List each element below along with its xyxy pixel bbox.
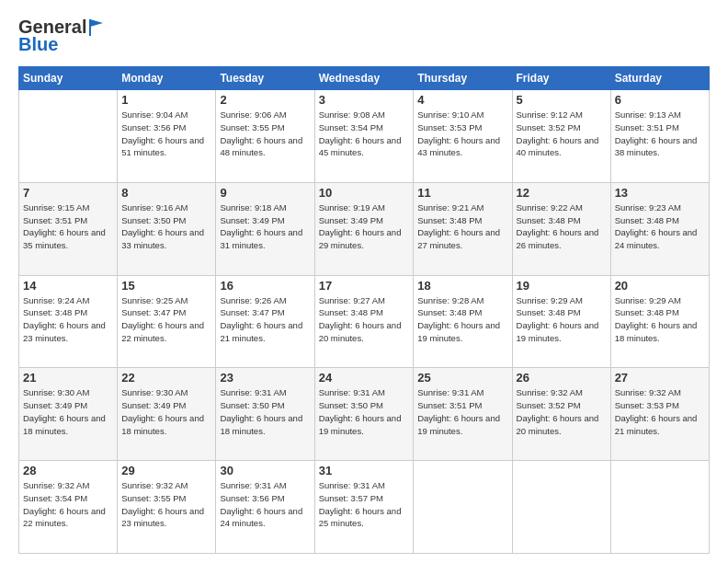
calendar-cell: 27Sunrise: 9:32 AMSunset: 3:53 PMDayligh… bbox=[610, 368, 709, 461]
weekday-header-sunday: Sunday bbox=[19, 67, 118, 90]
calendar-cell: 12Sunrise: 9:22 AMSunset: 3:48 PMDayligh… bbox=[512, 182, 610, 275]
day-detail: Sunrise: 9:30 AMSunset: 3:49 PMDaylight:… bbox=[121, 386, 211, 437]
day-number: 4 bbox=[417, 93, 507, 107]
day-number: 8 bbox=[121, 186, 211, 200]
weekday-header-saturday: Saturday bbox=[610, 67, 709, 90]
day-number: 5 bbox=[517, 93, 607, 107]
day-number: 6 bbox=[615, 93, 705, 107]
day-detail: Sunrise: 9:31 AMSunset: 3:51 PMDaylight:… bbox=[417, 386, 507, 437]
day-number: 27 bbox=[615, 371, 705, 385]
day-detail: Sunrise: 9:16 AMSunset: 3:50 PMDaylight:… bbox=[121, 201, 211, 252]
calendar-cell: 28Sunrise: 9:32 AMSunset: 3:54 PMDayligh… bbox=[19, 461, 118, 554]
day-number: 15 bbox=[121, 279, 211, 293]
weekday-header-friday: Friday bbox=[512, 67, 610, 90]
calendar-cell: 24Sunrise: 9:31 AMSunset: 3:50 PMDayligh… bbox=[314, 368, 414, 461]
calendar-cell: 19Sunrise: 9:29 AMSunset: 3:48 PMDayligh… bbox=[512, 275, 610, 368]
weekday-header-wednesday: Wednesday bbox=[314, 67, 414, 90]
calendar-cell: 22Sunrise: 9:30 AMSunset: 3:49 PMDayligh… bbox=[118, 368, 216, 461]
day-number: 3 bbox=[319, 93, 410, 107]
day-number: 19 bbox=[517, 279, 607, 293]
day-detail: Sunrise: 9:04 AMSunset: 3:56 PMDaylight:… bbox=[121, 109, 211, 159]
week-row-1: 1Sunrise: 9:04 AMSunset: 3:56 PMDaylight… bbox=[19, 90, 710, 183]
calendar-cell bbox=[610, 461, 709, 554]
day-detail: Sunrise: 9:32 AMSunset: 3:52 PMDaylight:… bbox=[517, 386, 607, 437]
day-number: 12 bbox=[517, 186, 607, 200]
day-number: 31 bbox=[319, 464, 410, 477]
day-number: 21 bbox=[23, 371, 113, 385]
calendar-cell: 20Sunrise: 9:29 AMSunset: 3:48 PMDayligh… bbox=[610, 275, 709, 368]
day-number: 9 bbox=[220, 186, 310, 200]
calendar-table: SundayMondayTuesdayWednesdayThursdayFrid… bbox=[18, 66, 710, 554]
day-number: 22 bbox=[121, 371, 211, 385]
calendar-cell: 26Sunrise: 9:32 AMSunset: 3:52 PMDayligh… bbox=[512, 368, 610, 461]
svg-marker-0 bbox=[90, 19, 103, 27]
day-detail: Sunrise: 9:32 AMSunset: 3:55 PMDaylight:… bbox=[121, 479, 211, 530]
day-number: 11 bbox=[417, 186, 507, 200]
logo-flag-icon bbox=[88, 17, 105, 38]
calendar-cell: 14Sunrise: 9:24 AMSunset: 3:48 PMDayligh… bbox=[19, 275, 118, 368]
day-number: 14 bbox=[23, 279, 113, 293]
day-number: 24 bbox=[319, 371, 410, 385]
calendar-cell: 15Sunrise: 9:25 AMSunset: 3:47 PMDayligh… bbox=[118, 275, 216, 368]
calendar-cell: 5Sunrise: 9:12 AMSunset: 3:52 PMDaylight… bbox=[512, 90, 610, 183]
day-number: 16 bbox=[220, 279, 310, 293]
day-detail: Sunrise: 9:32 AMSunset: 3:53 PMDaylight:… bbox=[615, 386, 705, 437]
day-detail: Sunrise: 9:22 AMSunset: 3:48 PMDaylight:… bbox=[517, 201, 607, 252]
calendar-cell: 30Sunrise: 9:31 AMSunset: 3:56 PMDayligh… bbox=[216, 461, 314, 554]
day-detail: Sunrise: 9:29 AMSunset: 3:48 PMDaylight:… bbox=[615, 294, 705, 345]
calendar-cell: 17Sunrise: 9:27 AMSunset: 3:48 PMDayligh… bbox=[314, 275, 414, 368]
day-detail: Sunrise: 9:32 AMSunset: 3:54 PMDaylight:… bbox=[23, 479, 113, 530]
calendar-cell: 7Sunrise: 9:15 AMSunset: 3:51 PMDaylight… bbox=[19, 182, 118, 275]
calendar-cell: 18Sunrise: 9:28 AMSunset: 3:48 PMDayligh… bbox=[414, 275, 512, 368]
calendar-cell bbox=[19, 90, 118, 183]
calendar-cell: 10Sunrise: 9:19 AMSunset: 3:49 PMDayligh… bbox=[314, 182, 414, 275]
weekday-header-row: SundayMondayTuesdayWednesdayThursdayFrid… bbox=[19, 67, 710, 90]
day-detail: Sunrise: 9:27 AMSunset: 3:48 PMDaylight:… bbox=[319, 294, 410, 345]
day-detail: Sunrise: 9:13 AMSunset: 3:51 PMDaylight:… bbox=[615, 109, 705, 159]
day-detail: Sunrise: 9:18 AMSunset: 3:49 PMDaylight:… bbox=[220, 201, 310, 252]
day-detail: Sunrise: 9:24 AMSunset: 3:48 PMDaylight:… bbox=[23, 294, 113, 345]
calendar-cell: 25Sunrise: 9:31 AMSunset: 3:51 PMDayligh… bbox=[414, 368, 512, 461]
week-row-2: 7Sunrise: 9:15 AMSunset: 3:51 PMDaylight… bbox=[19, 182, 710, 275]
weekday-header-thursday: Thursday bbox=[414, 67, 512, 90]
day-detail: Sunrise: 9:12 AMSunset: 3:52 PMDaylight:… bbox=[517, 109, 607, 159]
logo: General Blue bbox=[18, 17, 105, 55]
day-number: 30 bbox=[220, 464, 310, 477]
calendar-cell: 9Sunrise: 9:18 AMSunset: 3:49 PMDaylight… bbox=[216, 182, 314, 275]
calendar-cell: 23Sunrise: 9:31 AMSunset: 3:50 PMDayligh… bbox=[216, 368, 314, 461]
week-row-5: 28Sunrise: 9:32 AMSunset: 3:54 PMDayligh… bbox=[19, 461, 710, 554]
calendar-cell bbox=[414, 461, 512, 554]
calendar-cell: 31Sunrise: 9:31 AMSunset: 3:57 PMDayligh… bbox=[314, 461, 414, 554]
weekday-header-monday: Monday bbox=[118, 67, 216, 90]
calendar-cell: 21Sunrise: 9:30 AMSunset: 3:49 PMDayligh… bbox=[19, 368, 118, 461]
day-number: 25 bbox=[417, 371, 507, 385]
day-number: 10 bbox=[319, 186, 410, 200]
day-number: 18 bbox=[417, 279, 507, 293]
day-number: 26 bbox=[517, 371, 607, 385]
day-number: 20 bbox=[615, 279, 705, 293]
day-detail: Sunrise: 9:06 AMSunset: 3:55 PMDaylight:… bbox=[220, 109, 310, 159]
day-number: 28 bbox=[23, 464, 113, 477]
calendar-cell: 6Sunrise: 9:13 AMSunset: 3:51 PMDaylight… bbox=[610, 90, 709, 183]
day-detail: Sunrise: 9:19 AMSunset: 3:49 PMDaylight:… bbox=[319, 201, 410, 252]
day-detail: Sunrise: 9:31 AMSunset: 3:57 PMDaylight:… bbox=[319, 479, 410, 530]
calendar-cell: 13Sunrise: 9:23 AMSunset: 3:48 PMDayligh… bbox=[610, 182, 709, 275]
day-detail: Sunrise: 9:08 AMSunset: 3:54 PMDaylight:… bbox=[319, 109, 410, 159]
header: General Blue bbox=[18, 17, 710, 55]
day-detail: Sunrise: 9:26 AMSunset: 3:47 PMDaylight:… bbox=[220, 294, 310, 345]
day-detail: Sunrise: 9:31 AMSunset: 3:50 PMDaylight:… bbox=[319, 386, 410, 437]
day-detail: Sunrise: 9:29 AMSunset: 3:48 PMDaylight:… bbox=[517, 294, 607, 345]
calendar-cell: 16Sunrise: 9:26 AMSunset: 3:47 PMDayligh… bbox=[216, 275, 314, 368]
day-detail: Sunrise: 9:30 AMSunset: 3:49 PMDaylight:… bbox=[23, 386, 113, 437]
week-row-3: 14Sunrise: 9:24 AMSunset: 3:48 PMDayligh… bbox=[19, 275, 710, 368]
day-detail: Sunrise: 9:15 AMSunset: 3:51 PMDaylight:… bbox=[23, 201, 113, 252]
calendar-cell: 8Sunrise: 9:16 AMSunset: 3:50 PMDaylight… bbox=[118, 182, 216, 275]
day-number: 2 bbox=[220, 93, 310, 107]
calendar-cell: 4Sunrise: 9:10 AMSunset: 3:53 PMDaylight… bbox=[414, 90, 512, 183]
calendar-cell: 3Sunrise: 9:08 AMSunset: 3:54 PMDaylight… bbox=[314, 90, 414, 183]
day-number: 29 bbox=[121, 464, 211, 477]
day-detail: Sunrise: 9:10 AMSunset: 3:53 PMDaylight:… bbox=[417, 109, 507, 159]
calendar-cell: 11Sunrise: 9:21 AMSunset: 3:48 PMDayligh… bbox=[414, 182, 512, 275]
calendar-cell: 2Sunrise: 9:06 AMSunset: 3:55 PMDaylight… bbox=[216, 90, 314, 183]
day-number: 7 bbox=[23, 186, 113, 200]
